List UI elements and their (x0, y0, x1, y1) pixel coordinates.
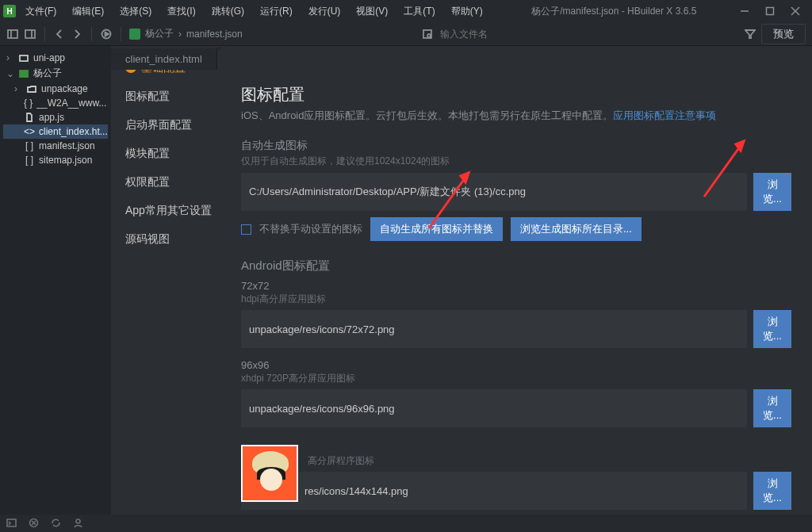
menu-edit[interactable]: 编辑(E) (66, 3, 110, 20)
sidebar-toggle-icon[interactable] (6, 28, 19, 40)
tree-item-manifest[interactable]: [ ] manifest.json (3, 139, 108, 153)
back-icon[interactable] (53, 28, 66, 40)
toolbar: 杨公子 › manifest.json 预览 (0, 22, 812, 46)
settings-content: 图标配置 iOS、Android应用图标配置。云打包后生效。本地打包需另行在原生… (220, 46, 812, 515)
icon-path-input-96[interactable] (241, 389, 747, 427)
auto-icon-path-input[interactable] (241, 173, 747, 211)
tree-label: app.js (39, 112, 64, 123)
svg-rect-14 (20, 71, 28, 77)
tree-item-appjs[interactable]: app.js (3, 110, 108, 124)
menu-publish[interactable]: 发行(U) (302, 3, 347, 20)
breadcrumb-file[interactable]: manifest.json (186, 29, 243, 40)
minimize-icon[interactable] (739, 6, 750, 17)
icon-path-input-144[interactable] (241, 472, 747, 510)
nav-icon[interactable]: 图标配置 (111, 82, 220, 111)
separator (91, 27, 92, 41)
window-title: 杨公子/manifest.json - HBuilder X 3.6.5 (492, 5, 736, 18)
tree-item-sitemap[interactable]: [ ] sitemap.json (3, 153, 108, 167)
svg-point-11 (427, 34, 431, 37)
icon-path-input-72[interactable] (241, 310, 747, 348)
icon-size-label: 72x72 (241, 280, 791, 292)
icon-hint: 高分屏程序图标 (308, 454, 791, 468)
doc-link[interactable]: 应用图标配置注意事项 (613, 109, 716, 121)
problems-icon[interactable] (29, 518, 40, 529)
search-target-icon[interactable] (421, 28, 434, 40)
svg-rect-6 (25, 30, 35, 38)
menu-select[interactable]: 选择(S) (113, 3, 158, 20)
menu-file[interactable]: 文件(F) (19, 3, 63, 20)
layout-toggle-icon[interactable] (24, 28, 36, 40)
user-icon[interactable] (73, 518, 84, 529)
svg-rect-13 (20, 55, 28, 61)
nav-module[interactable]: 模块配置 (111, 140, 220, 168)
close-icon[interactable] (790, 6, 801, 17)
auto-generate-button[interactable]: 自动生成所有图标并替换 (370, 217, 503, 241)
title-bar: H 文件(F) 编辑(E) 选择(S) 查找(I) 跳转(G) 运行(R) 发行… (0, 0, 812, 22)
terminal-icon[interactable] (6, 518, 17, 529)
forward-icon[interactable] (71, 28, 83, 40)
nav-permission[interactable]: 权限配置 (111, 168, 220, 197)
icon-hint: xhdpi 720P高分屏应用图标 (241, 372, 791, 385)
icon-hint: hdpi高分屏应用图标 (241, 293, 791, 306)
menu-tools[interactable]: 工具(T) (397, 3, 441, 20)
svg-rect-1 (767, 8, 774, 15)
browse-button[interactable]: 浏览... (753, 310, 791, 348)
page-title: 图标配置 (241, 84, 791, 105)
tree-label: manifest.json (39, 140, 95, 151)
menu-view[interactable]: 视图(V) (350, 3, 394, 20)
no-replace-checkbox[interactable] (241, 224, 251, 235)
no-replace-label: 不替换手动设置的图标 (259, 222, 362, 236)
tree-label: client_index.ht... (39, 126, 108, 137)
separator (121, 27, 121, 41)
breadcrumb: 杨公子 › manifest.json (129, 27, 243, 40)
nav-other[interactable]: App常用其它设置 (111, 197, 220, 225)
tree-root-uniapp[interactable]: › uni-app (3, 51, 108, 65)
settings-sidebar: 基础配置 图标配置 启动界面配置 模块配置 权限配置 App常用其它设置 源码视… (111, 46, 220, 515)
tree-item-w2a[interactable]: { } __W2A__www... (3, 96, 108, 110)
page-description: iOS、Android应用图标配置。云打包后生效。本地打包需另行在原生工程中配置… (241, 109, 791, 123)
browse-button[interactable]: 浏览... (753, 173, 791, 211)
icon-size-label: 96x96 (241, 359, 791, 371)
svg-rect-4 (8, 30, 17, 38)
menu-run[interactable]: 运行(R) (254, 3, 299, 20)
auto-gen-hint: 仅用于自动生成图标，建议使用1024x1024的图标 (241, 155, 791, 168)
breadcrumb-project[interactable]: 杨公子 (145, 27, 174, 40)
filter-icon[interactable] (744, 28, 756, 40)
project-icon (18, 68, 29, 79)
tab-client-index[interactable]: client_index.html (111, 48, 217, 70)
app-icon: H (3, 5, 16, 17)
brackets-icon: { } (24, 98, 33, 109)
menu-goto[interactable]: 跳转(G) (205, 3, 251, 20)
code-icon: <> (24, 126, 35, 137)
preview-button[interactable]: 预览 (761, 24, 806, 44)
tree-label: __W2A__www... (36, 98, 106, 109)
svg-point-23 (76, 519, 80, 523)
nav-splash[interactable]: 启动界面配置 (111, 111, 220, 140)
folder-icon (18, 52, 29, 63)
search-input[interactable] (439, 28, 565, 40)
browse-button[interactable]: 浏览... (753, 472, 791, 510)
android-group-title: Android图标配置 (241, 258, 791, 274)
sync-icon[interactable] (51, 518, 62, 529)
file-explorer: › uni-app ⌄ 杨公子 › unpackage { } __W2A__w… (0, 46, 111, 515)
tree-item-client-index[interactable]: <> client_index.ht... (3, 124, 108, 139)
menu-help[interactable]: 帮助(Y) (445, 3, 489, 20)
svg-marker-12 (745, 30, 755, 38)
tree-label: 杨公子 (33, 67, 62, 80)
file-icon (24, 112, 35, 123)
tree-label: unpackage (41, 83, 88, 94)
nav-source[interactable]: 源码视图 (111, 225, 220, 254)
run-icon[interactable] (100, 28, 113, 40)
brackets-icon: [ ] (24, 140, 35, 151)
browse-button[interactable]: 浏览... (753, 389, 791, 427)
tree-item-unpackage[interactable]: › unpackage (3, 82, 108, 96)
svg-marker-9 (105, 32, 109, 36)
icon-preview-thumbnail (241, 445, 298, 502)
open-icon-dir-button[interactable]: 浏览生成图标所在目录... (511, 217, 642, 241)
tree-root-project[interactable]: ⌄ 杨公子 (3, 65, 108, 82)
brackets-icon: [ ] (24, 155, 35, 166)
folder-icon (26, 83, 37, 94)
separator (44, 27, 45, 41)
maximize-icon[interactable] (764, 6, 776, 17)
menu-find[interactable]: 查找(I) (161, 3, 201, 20)
